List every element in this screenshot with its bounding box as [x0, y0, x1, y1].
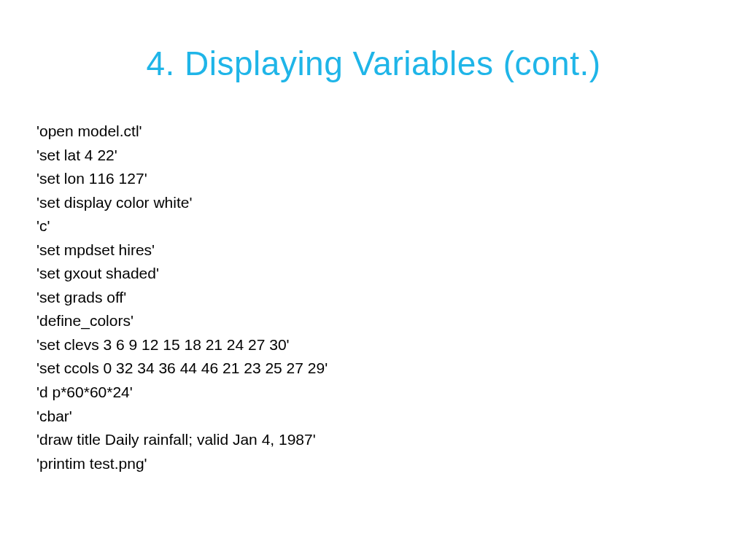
code-line: 'draw title Daily rainfall; valid Jan 4,…: [36, 428, 711, 452]
code-line: 'set gxout shaded': [36, 262, 711, 286]
slide-content: 'open model.ctl' 'set lat 4 22' 'set lon…: [36, 120, 711, 475]
code-line: 'd p*60*60*24': [36, 381, 711, 405]
code-line: 'set lat 4 22': [36, 144, 711, 168]
code-line: 'printim test.png': [36, 452, 711, 476]
code-line: 'set lon 116 127': [36, 167, 711, 191]
code-line: 'set display color white': [36, 191, 711, 215]
code-line: 'open model.ctl': [36, 120, 711, 144]
code-line: 'set grads off': [36, 286, 711, 310]
code-line: 'set mpdset hires': [36, 238, 711, 262]
code-line: 'set ccols 0 32 34 36 44 46 21 23 25 27 …: [36, 357, 711, 381]
code-line: 'c': [36, 214, 711, 238]
slide-title: 4. Displaying Variables (cont.): [36, 44, 711, 83]
code-line: 'set clevs 3 6 9 12 15 18 21 24 27 30': [36, 333, 711, 357]
slide: 4. Displaying Variables (cont.) 'open mo…: [0, 0, 747, 560]
code-line: 'cbar': [36, 405, 711, 429]
code-line: 'define_colors': [36, 309, 711, 333]
